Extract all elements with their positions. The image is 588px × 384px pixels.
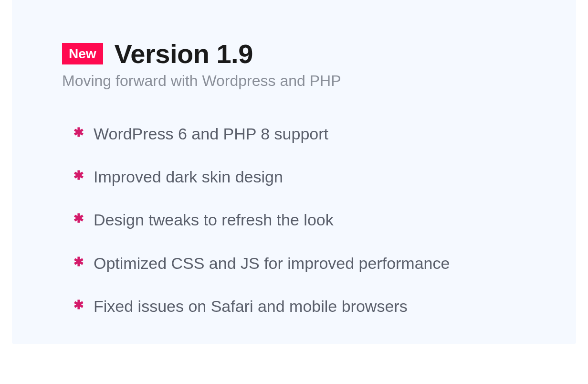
- feature-list: ✱ WordPress 6 and PHP 8 support ✱ Improv…: [62, 123, 538, 317]
- subtitle: Moving forward with Wordpress and PHP: [62, 72, 538, 90]
- list-item: ✱ WordPress 6 and PHP 8 support: [74, 123, 538, 144]
- feature-text: Design tweaks to refresh the look: [94, 209, 334, 230]
- list-item: ✱ Design tweaks to refresh the look: [74, 209, 538, 230]
- list-item: ✱ Fixed issues on Safari and mobile brow…: [74, 296, 538, 317]
- header-row: New Version 1.9: [62, 38, 538, 69]
- feature-text: Fixed issues on Safari and mobile browse…: [94, 296, 408, 317]
- feature-text: Optimized CSS and JS for improved perfor…: [94, 253, 450, 274]
- asterisk-icon: ✱: [74, 166, 84, 185]
- version-title: Version 1.9: [115, 38, 253, 69]
- feature-text: Improved dark skin design: [94, 166, 283, 187]
- asterisk-icon: ✱: [74, 123, 84, 142]
- release-card: New Version 1.9 Moving forward with Word…: [12, 0, 576, 344]
- asterisk-icon: ✱: [74, 253, 84, 271]
- feature-text: WordPress 6 and PHP 8 support: [94, 123, 328, 144]
- list-item: ✱ Optimized CSS and JS for improved perf…: [74, 253, 538, 274]
- new-badge: New: [62, 43, 103, 65]
- asterisk-icon: ✱: [74, 296, 84, 314]
- list-item: ✱ Improved dark skin design: [74, 166, 538, 187]
- asterisk-icon: ✱: [74, 209, 84, 228]
